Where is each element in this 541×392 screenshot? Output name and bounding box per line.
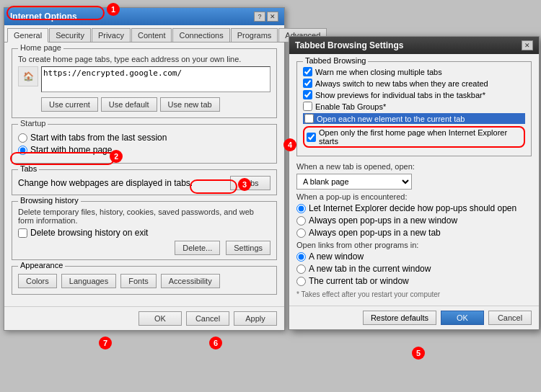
tabs-section-label: Tabs <box>18 164 39 173</box>
new-tab-label: When a new tab is opened, open: <box>296 162 532 171</box>
restore-defaults-button[interactable]: Restore defaults <box>363 311 436 325</box>
help-button[interactable]: ? <box>254 12 265 22</box>
tabs-bar: General Security Privacy Content Connect… <box>4 25 284 43</box>
home-page-group: Home page To create home page tabs, type… <box>12 48 277 118</box>
tab-programs[interactable]: Programs <box>231 28 278 42</box>
home-page-row: 🏠 Use current Use default Use new tab <box>18 66 270 112</box>
startup-option2-row: Start with home page <box>18 145 270 155</box>
open-links-radio-input-0[interactable] <box>296 252 306 262</box>
tab-content[interactable]: Content <box>131 28 172 42</box>
open-links-radio-2: The current tab or window <box>296 276 532 286</box>
tbs-item-4: Open each new element to the current tab <box>303 113 525 124</box>
tab-privacy[interactable]: Privacy <box>92 28 131 42</box>
open-links-radio-0: A new window <box>296 251 532 262</box>
delete-on-exit-row: Delete browsing history on exit <box>18 228 270 238</box>
accessibility-button[interactable]: Accessibility <box>161 274 220 288</box>
main-dialog-footer: OK Cancel Apply <box>4 306 284 330</box>
tbs-check-0[interactable] <box>303 67 312 76</box>
settings-button[interactable]: Settings <box>226 241 270 255</box>
internet-options-dialog: Internet Options ? ✕ General Security Pr… <box>4 7 285 331</box>
tabs-section: Tabs Change how webpages are displayed i… <box>12 169 277 195</box>
new-tab-dropdown-row: A blank page Your first home page The ne… <box>296 174 532 190</box>
popup-section: When a pop-up is encountered: Let Intern… <box>296 192 532 238</box>
tbs-ok-button[interactable]: OK <box>441 311 484 325</box>
tbs-close-button[interactable]: ✕ <box>522 40 533 50</box>
popup-label: When a pop-up is encountered: <box>296 192 532 201</box>
delete-button[interactable]: Delete... <box>175 241 220 255</box>
popup-radio-0: Let Internet Explorer decide how pop-ups… <box>296 203 532 213</box>
open-links-radio-1: A new tab in the current window <box>296 264 532 274</box>
open-links-section: Open links from other programs in: A new… <box>296 241 532 286</box>
open-links-radio-input-2[interactable] <box>296 277 306 286</box>
tbs-item-3: Enable Tab Groups* <box>303 102 525 111</box>
delete-on-exit-checkbox[interactable] <box>18 228 27 238</box>
home-page-label: Home page <box>18 43 63 52</box>
tabbed-content: Tabbed Browsing Warn me when closing mul… <box>289 54 539 306</box>
popup-radio-input-0[interactable] <box>296 204 306 213</box>
tbs-item-2: Show previews for individual tabs in the… <box>303 90 525 99</box>
tbs-cancel-button[interactable]: Cancel <box>488 311 532 325</box>
delete-on-exit-label: Delete browsing history on exit <box>30 228 148 238</box>
tbs-footer: Restore defaults OK Cancel <box>289 306 539 329</box>
use-current-button[interactable]: Use current <box>41 97 98 112</box>
tbs-check-3[interactable] <box>303 102 312 111</box>
tbs-check-2[interactable] <box>303 90 312 99</box>
tab-security[interactable]: Security <box>49 28 91 42</box>
fonts-button[interactable]: Fonts <box>120 274 157 288</box>
home-url-input[interactable] <box>41 66 270 92</box>
startup-radio-2[interactable] <box>18 146 27 155</box>
appearance-buttons: Colors Languages Fonts Accessibility <box>18 274 270 288</box>
startup-label: Startup <box>18 119 48 128</box>
colors-button[interactable]: Colors <box>18 274 57 288</box>
home-input-area: Use current Use default Use new tab <box>41 66 270 112</box>
home-icon: 🏠 <box>18 66 38 86</box>
new-tab-select[interactable]: A blank page Your first home page The ne… <box>296 174 412 190</box>
tbs-item-0: Warn me when closing multiple tabs <box>303 67 525 76</box>
tbs-check-5[interactable] <box>307 133 316 142</box>
tbs-title-bar: Tabbed Browsing Settings ✕ <box>289 37 539 54</box>
ok-button[interactable]: OK <box>138 311 182 326</box>
startup-radio-1[interactable] <box>18 133 27 143</box>
use-default-button[interactable]: Use default <box>101 97 157 112</box>
browsing-desc: Delete temporary files, history, cookies… <box>18 208 270 225</box>
browsing-label: Browsing history <box>18 196 81 205</box>
annotation-4: 4 <box>283 138 296 151</box>
title-bar-controls: ? ✕ <box>254 12 278 22</box>
tbs-check-1[interactable] <box>303 79 312 88</box>
browse-buttons: Delete... Settings <box>18 241 270 255</box>
popup-radio-1: Always open pop-ups in a new window <box>296 215 532 226</box>
tbs-title-controls: ✕ <box>522 40 533 50</box>
annotation-7: 7 <box>99 337 112 349</box>
appearance-section: Appearance Colors Languages Fonts Access… <box>12 266 277 295</box>
new-tab-section: When a new tab is opened, open: A blank … <box>296 162 532 190</box>
popup-radio-input-1[interactable] <box>296 216 306 226</box>
open-links-radio-input-1[interactable] <box>296 264 306 274</box>
home-page-desc: To create home page tabs, type each addr… <box>18 55 270 63</box>
footnote: * Takes effect after you restart your co… <box>296 290 532 298</box>
annotation-6: 6 <box>209 337 222 349</box>
tbs-title: Tabbed Browsing Settings <box>295 40 403 50</box>
popup-radio-input-2[interactable] <box>296 228 306 238</box>
use-new-tab-button[interactable]: Use new tab <box>160 97 220 112</box>
cancel-button[interactable]: Cancel <box>186 311 229 326</box>
annotation-5: 5 <box>412 347 425 360</box>
startup-option1-label: Start with tabs from the last session <box>30 133 167 143</box>
tabs-section-desc: Change how webpages are displayed in tab… <box>18 178 193 188</box>
title-bar: Internet Options ? ✕ <box>4 8 284 25</box>
languages-button[interactable]: Languages <box>61 274 116 288</box>
open-links-label: Open links from other programs in: <box>296 241 532 249</box>
annotation-2: 2 <box>110 150 123 163</box>
appearance-label: Appearance <box>18 261 65 270</box>
home-buttons: Use current Use default Use new tab <box>41 97 270 112</box>
tab-connections[interactable]: Connections <box>172 28 229 42</box>
tbs-item-1: Always switch to new tabs when they are … <box>303 79 525 88</box>
dialog-title: Internet Options <box>10 12 77 22</box>
startup-option1-row: Start with tabs from the last session <box>18 133 270 143</box>
tab-general[interactable]: General <box>7 28 48 43</box>
tbs-check-4[interactable] <box>304 114 314 123</box>
popup-radio-2: Always open pop-ups in a new tab <box>296 228 532 238</box>
dialog-content: Home page To create home page tabs, type… <box>4 43 284 306</box>
apply-button[interactable]: Apply <box>234 311 277 326</box>
tbs-group-label: Tabbed Browsing <box>303 56 368 65</box>
close-button[interactable]: ✕ <box>267 12 278 22</box>
